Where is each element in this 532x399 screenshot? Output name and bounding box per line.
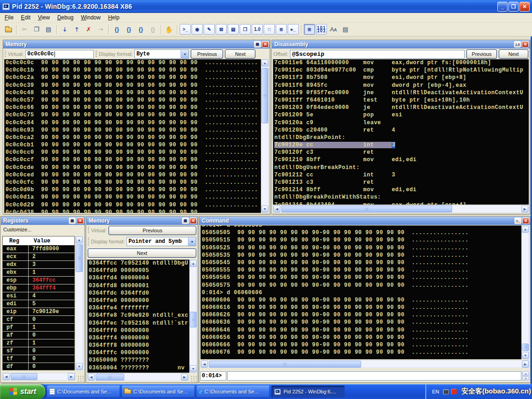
- stop-debugging-button[interactable]: ✗: [83, 24, 94, 35]
- scrollbar-thumb[interactable]: [261, 68, 268, 123]
- step-into-button[interactable]: {}: [111, 24, 122, 35]
- options-button[interactable]: ▤: [340, 24, 351, 35]
- scrollbar-thumb[interactable]: [209, 361, 361, 368]
- disassembly-horizontal-scrollbar[interactable]: ◀ ▶: [273, 205, 529, 213]
- scroll-right-icon[interactable]: ▶: [68, 373, 75, 380]
- scrollbar-thumb[interactable]: [190, 312, 197, 327]
- scroll-down-icon[interactable]: ▼: [76, 363, 83, 370]
- taskbar-task-notepad[interactable]: C:\Documents and Se...: [47, 386, 120, 398]
- next-button[interactable]: Next: [499, 49, 528, 59]
- disassembly-titlebar[interactable]: Disassembly 1.0 ✕: [272, 40, 530, 48]
- minimize-button[interactable]: _: [497, 2, 508, 12]
- scroll-down-icon[interactable]: ▼: [522, 352, 529, 359]
- command-titlebar[interactable]: Command >_ ✕: [200, 217, 530, 225]
- scroll-down-icon[interactable]: ▼: [190, 365, 197, 372]
- close-icon[interactable]: ✕: [522, 41, 529, 48]
- close-icon[interactable]: ✕: [262, 41, 269, 48]
- open-registers-window-button[interactable]: ⊠: [216, 24, 227, 35]
- previous-button[interactable]: Previous: [191, 49, 223, 59]
- scroll-up-icon[interactable]: ▲: [522, 226, 529, 233]
- chevron-down-icon[interactable]: ▼: [181, 50, 188, 58]
- show-offsets-button[interactable]: 101 101: [316, 24, 327, 35]
- offset-input[interactable]: @$scopeip: [290, 50, 465, 59]
- go-button[interactable]: ⇣: [59, 24, 70, 35]
- command-input[interactable]: [227, 371, 521, 381]
- scroll-right-icon[interactable]: ▶: [181, 374, 188, 381]
- step-out-button[interactable]: {}: [135, 24, 146, 35]
- next-button[interactable]: Next: [88, 248, 196, 258]
- chevron-down-icon[interactable]: ▼: [188, 237, 196, 246]
- scrollbar-thumb[interactable]: [96, 374, 124, 381]
- open-source-file-button[interactable]: [3, 24, 14, 35]
- break-button[interactable]: ✋: [163, 24, 175, 35]
- dock-icon[interactable]: ▦: [182, 218, 189, 224]
- close-icon[interactable]: ✕: [190, 218, 197, 224]
- command-horizontal-scrollbar[interactable]: ◀ ▶: [200, 360, 529, 368]
- memory2-horizontal-scrollbar[interactable]: ◀ ▶: [87, 373, 188, 381]
- go-handled-button[interactable]: ⇡: [71, 24, 82, 35]
- scrollbar-thumb[interactable]: [522, 344, 529, 351]
- dock-icon[interactable]: ▦: [254, 41, 261, 48]
- taskbar-task-ie[interactable]: e C:\Documents and Se...: [197, 386, 270, 398]
- open-locals-window-button[interactable]: ✎: [204, 24, 215, 35]
- dock-icon[interactable]: 1.0: [514, 41, 521, 48]
- open-command-window-button[interactable]: >_: [180, 24, 191, 35]
- previous-button[interactable]: Previous: [466, 49, 497, 59]
- close-button[interactable]: ✕: [520, 2, 530, 12]
- memory2-titlebar[interactable]: Memory ▦ ✕: [86, 217, 198, 225]
- registers-vertical-scrollbar[interactable]: ▲ ▼: [75, 236, 83, 370]
- scroll-up-icon[interactable]: ▲: [261, 60, 268, 66]
- source-mode-button[interactable]: ≣: [304, 24, 315, 35]
- cut-button[interactable]: ✂: [19, 24, 30, 35]
- open-call-stack-window-button[interactable]: ❒: [240, 24, 251, 35]
- scroll-right-icon[interactable]: ▶: [521, 206, 528, 212]
- scroll-left-icon[interactable]: ◀: [273, 206, 280, 212]
- step-over-button[interactable]: {}: [123, 24, 134, 35]
- menu-file[interactable]: File: [1, 13, 17, 22]
- next-button[interactable]: Next: [225, 49, 255, 59]
- display-format-select[interactable]: Pointer and Symb ▼: [127, 237, 196, 246]
- virtual-address-input[interactable]: 0c0c0c0c: [25, 50, 94, 59]
- open-command-browser-button[interactable]: ▸_: [288, 24, 299, 35]
- menu-view[interactable]: View: [34, 13, 54, 22]
- font-button[interactable]: Aᴀ: [328, 24, 339, 35]
- scrollbar-thumb[interactable]: [281, 206, 452, 212]
- registers-horizontal-scrollbar[interactable]: ◀ ▶: [2, 373, 75, 381]
- copy-button[interactable]: ❐: [31, 24, 42, 35]
- language-indicator[interactable]: EN: [431, 388, 441, 395]
- start-button[interactable]: start: [0, 384, 45, 399]
- restart-button[interactable]: ⇢: [95, 24, 106, 35]
- menu-debug[interactable]: Debug: [54, 13, 77, 22]
- scrollbar-thumb[interactable]: [11, 373, 37, 380]
- restore-button[interactable]: ❐: [508, 2, 519, 12]
- open-memory-window-button[interactable]: ▤: [228, 24, 239, 35]
- spin-up-icon[interactable]: ▲: [522, 371, 529, 376]
- open-watch-window-button[interactable]: ◉: [192, 24, 203, 35]
- resize-grip[interactable]: [78, 375, 84, 382]
- scroll-up-icon[interactable]: ▲: [76, 236, 83, 243]
- tray-360-icon[interactable]: [451, 389, 457, 394]
- taskbar-task-folder[interactable]: C:\Documents and Se...: [122, 386, 195, 398]
- run-to-cursor-button[interactable]: {}: [147, 24, 158, 35]
- scrollbar-thumb[interactable]: [76, 244, 83, 272]
- paste-button[interactable]: ▤: [43, 24, 54, 35]
- tray-monitor-icon[interactable]: [443, 389, 449, 394]
- previous-button[interactable]: Previous: [109, 226, 196, 235]
- taskbar-task-windbg[interactable]: Pid 2252 - WinDbg:6....: [272, 386, 345, 398]
- memory2-vertical-scrollbar[interactable]: ▲ ▼: [189, 260, 197, 373]
- menu-help[interactable]: Help: [104, 13, 123, 22]
- spin-down-icon[interactable]: ▼: [522, 376, 529, 381]
- registers-titlebar[interactable]: Registers ▦ ✕: [1, 217, 85, 225]
- scroll-right-icon[interactable]: ▶: [522, 361, 529, 368]
- dock-icon[interactable]: ▦: [69, 218, 76, 224]
- scroll-up-icon[interactable]: ▲: [190, 260, 197, 267]
- scroll-down-icon[interactable]: ▼: [261, 206, 268, 212]
- open-disassembly-window-button[interactable]: 1.0: [252, 24, 263, 35]
- open-scratch-pad-button[interactable]: □: [264, 24, 275, 35]
- display-format-select[interactable]: Byte ▼: [134, 49, 189, 59]
- open-processes-window-button[interactable]: ≣: [276, 24, 287, 35]
- scroll-left-icon[interactable]: ◀: [88, 374, 95, 381]
- menu-edit[interactable]: Edit: [17, 13, 34, 22]
- close-icon[interactable]: ✕: [77, 218, 84, 224]
- command-vertical-scrollbar[interactable]: ▲ ▼: [521, 225, 529, 359]
